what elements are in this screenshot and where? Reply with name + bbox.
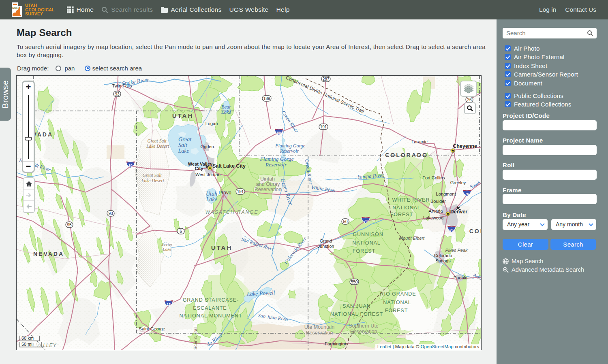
svg-text:Flaming Gorge: Flaming Gorge <box>259 156 293 162</box>
svg-text:93: 93 <box>115 92 120 96</box>
svg-text:Great Salt: Great Salt <box>147 138 167 143</box>
svg-text:191: 191 <box>320 125 327 129</box>
svg-text:Lake: Lake <box>162 247 171 251</box>
svg-text:26: 26 <box>467 98 472 102</box>
svg-text:93: 93 <box>108 211 113 216</box>
svg-text:189: 189 <box>263 96 270 101</box>
svg-text:Reservation: Reservation <box>306 330 333 336</box>
svg-text:NATIONAL FOREST: NATIONAL FOREST <box>330 311 383 317</box>
svg-text:NATIONAL: NATIONAL <box>392 205 421 211</box>
svg-text:50: 50 <box>343 219 348 224</box>
svg-text:Uintah: Uintah <box>260 176 275 182</box>
svg-text:550: 550 <box>351 280 358 284</box>
svg-text:Colorado: Colorado <box>434 253 452 258</box>
svg-text:Laramie: Laramie <box>411 139 428 144</box>
svg-text:Springs: Springs <box>435 258 451 263</box>
svg-text:Ogden: Ogden <box>200 144 214 149</box>
svg-text:West Jordan: West Jordan <box>195 172 221 177</box>
svg-text:Ute Mountain: Ute Mountain <box>304 324 334 330</box>
svg-text:DNR: DNR <box>12 6 18 9</box>
svg-text:15: 15 <box>167 302 171 307</box>
svg-text:Lakewood: Lakewood <box>423 215 443 220</box>
svg-text:Lake Desert: Lake Desert <box>146 144 169 149</box>
svg-text:GUNNISON: GUNNISON <box>353 232 383 237</box>
svg-text:Southern Ute: Southern Ute <box>349 323 379 329</box>
svg-text:Lake: Lake <box>221 109 231 115</box>
svg-text:WASATCH RANGE: WASATCH RANGE <box>206 209 259 215</box>
svg-text:Pueblo: Pueblo <box>454 275 467 280</box>
svg-text:Lake Desert: Lake Desert <box>141 178 165 183</box>
svg-text:Scenic Trail: Scenic Trail <box>193 327 198 350</box>
svg-text:Cheyenne: Cheyenne <box>453 143 477 149</box>
svg-text:FOREST: FOREST <box>390 212 413 217</box>
svg-text:Reservation: Reservation <box>255 187 282 192</box>
svg-text:Salt Lake City: Salt Lake City <box>212 163 246 169</box>
svg-text:NATIONAL: NATIONAL <box>383 300 411 305</box>
svg-text:UTAH: UTAH <box>172 112 194 119</box>
svg-text:FOREST: FOREST <box>385 308 408 313</box>
svg-text:and Ouray: and Ouray <box>256 181 280 187</box>
svg-text:Reservoir: Reservoir <box>265 162 287 168</box>
svg-text:95: 95 <box>67 223 72 227</box>
svg-text:COL: COL <box>469 228 481 234</box>
svg-text:Flaming Gorge: Flaming Gorge <box>275 143 306 149</box>
svg-text:Saint George: Saint George <box>139 326 165 331</box>
svg-text:Junction: Junction <box>318 244 334 249</box>
svg-text:70: 70 <box>364 219 368 223</box>
svg-text:COLORADO: COLORADO <box>385 152 428 158</box>
svg-text:Pikes Peak: Pikes Peak <box>445 248 468 253</box>
svg-text:WHITE RIVER: WHITE RIVER <box>392 197 430 203</box>
svg-text:76: 76 <box>465 192 469 196</box>
svg-text:NEVADA: NEVADA <box>33 251 64 257</box>
svg-text:GRAND STAIRCASE-: GRAND STAIRCASE- <box>183 297 239 303</box>
svg-text:NATIONAL: NATIONAL <box>352 240 381 246</box>
svg-text:80: 80 <box>128 164 133 168</box>
svg-text:191: 191 <box>237 189 244 194</box>
svg-text:287: 287 <box>323 77 330 81</box>
svg-text:Fort Collins: Fort Collins <box>422 175 445 180</box>
svg-text:NATIONAL MONUMENT: NATIONAL MONUMENT <box>179 313 242 319</box>
svg-text:Farmington: Farmington <box>325 341 347 346</box>
svg-text:SAN JUAN: SAN JUAN <box>343 303 371 309</box>
svg-text:Grand: Grand <box>320 238 332 243</box>
svg-text:Bear: Bear <box>221 104 231 110</box>
svg-text:25: 25 <box>450 228 454 232</box>
svg-text:RIO GRANDE: RIO GRANDE <box>380 291 416 297</box>
svg-text:Reservoir: Reservoir <box>280 148 299 154</box>
svg-text:Provo: Provo <box>218 190 231 196</box>
svg-text:6: 6 <box>180 229 182 234</box>
svg-text:Logan: Logan <box>206 121 218 126</box>
svg-text:Salt: Salt <box>178 142 188 148</box>
svg-text:Lake: Lake <box>178 148 189 154</box>
svg-text:Mount Elbert: Mount Elbert <box>399 236 425 241</box>
svg-text:City: City <box>195 166 204 171</box>
svg-text:Reservation: Reservation <box>350 329 377 334</box>
svg-text:UTAH: UTAH <box>211 244 233 251</box>
svg-text:80: 80 <box>277 131 281 135</box>
svg-text:Sevier: Sevier <box>161 242 173 247</box>
svg-text:Utah: Utah <box>206 191 217 197</box>
svg-text:Arvada: Arvada <box>429 209 443 213</box>
svg-text:Longmont: Longmont <box>436 192 456 196</box>
svg-text:Lake: Lake <box>206 196 217 202</box>
svg-text:FOREST: FOREST <box>353 248 376 254</box>
svg-text:Boulder: Boulder <box>430 199 446 204</box>
svg-text:Great: Great <box>178 136 192 143</box>
svg-text:ESCALANTE: ESCALANTE <box>193 305 227 311</box>
svg-text:Greeley: Greeley <box>450 180 466 185</box>
svg-text:Great Salt: Great Salt <box>142 173 162 178</box>
